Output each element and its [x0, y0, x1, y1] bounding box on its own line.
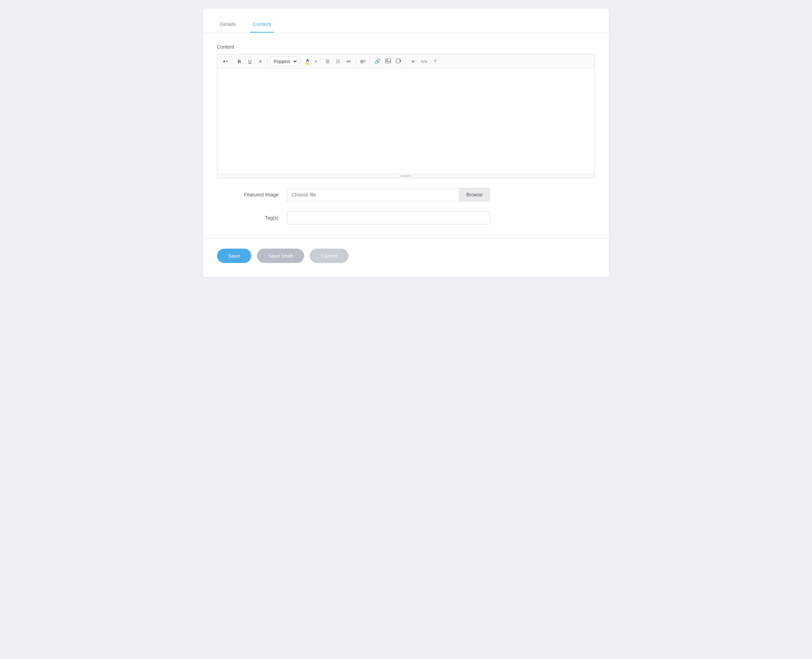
actions-bar: Save Save Draft Cancel	[203, 239, 609, 263]
file-text-input[interactable]	[287, 188, 459, 201]
table-icon: ⊞	[360, 59, 364, 64]
align-dropdown-icon: ▾	[349, 60, 351, 63]
image-button[interactable]	[383, 57, 393, 66]
table-button[interactable]: ⊞ ▾	[358, 57, 368, 66]
link-icon: 🔗	[375, 58, 381, 64]
font-selector[interactable]: Poppins	[270, 57, 298, 66]
code-button[interactable]: </>	[419, 57, 430, 66]
font-color-icon: A	[305, 58, 310, 65]
svg-rect-2	[396, 59, 400, 63]
bold-icon: B	[238, 59, 241, 64]
rich-text-editor: ✦ ▾ B U s Poppins	[217, 54, 595, 178]
align-icon: ≡	[346, 59, 349, 64]
tab-details[interactable]: Details	[217, 17, 239, 33]
bold-button[interactable]: B	[234, 57, 244, 66]
help-button[interactable]: ?	[430, 57, 440, 66]
svg-marker-3	[400, 60, 401, 62]
sep-6	[370, 58, 370, 65]
tags-row: Tag(s)	[203, 201, 609, 224]
tags-label: Tag(s)	[217, 215, 287, 221]
strikethrough-icon: s	[260, 59, 261, 64]
table-dropdown-icon: ▾	[364, 60, 366, 63]
align-button[interactable]: ≡ ▾	[344, 57, 354, 66]
file-input-group: Browse	[287, 188, 490, 201]
image-icon	[386, 58, 391, 65]
editor-resize-handle[interactable]	[217, 174, 595, 178]
underline-button[interactable]: U	[245, 57, 255, 66]
help-icon: ?	[434, 59, 436, 64]
sep-5	[356, 58, 356, 65]
featured-image-row: Featured Image Browse	[203, 178, 609, 201]
content-section: Content ✦ ▾ B U s	[203, 33, 609, 178]
save-draft-button[interactable]: Save Draft	[257, 249, 304, 263]
ordered-list-button[interactable]: ☷	[333, 57, 343, 66]
magic-icon: ✦	[222, 59, 226, 64]
tab-content[interactable]: Content	[250, 17, 274, 33]
main-card: Details Content Content ✦ ▾ B U	[203, 8, 609, 277]
svg-rect-0	[386, 59, 390, 63]
sep-3	[300, 58, 301, 65]
sep-7	[406, 58, 406, 65]
font-color-button[interactable]: A	[303, 57, 313, 66]
media-icon	[396, 58, 401, 65]
font-color-dropdown[interactable]: ▾	[313, 57, 318, 66]
editor-toolbar: ✦ ▾ B U s Poppins	[217, 54, 595, 69]
cancel-button[interactable]: Cancel	[310, 249, 349, 263]
chevron-down-icon: ▾	[315, 60, 317, 63]
code-icon: </>	[421, 59, 427, 64]
strikethrough-button[interactable]: s	[255, 57, 265, 66]
media-button[interactable]	[394, 57, 404, 66]
featured-image-label: Featured Image	[217, 192, 287, 197]
magic-button[interactable]: ✦ ▾	[220, 57, 230, 66]
resize-grip-icon	[401, 175, 411, 177]
tab-bar: Details Content	[203, 8, 609, 33]
underline-icon: U	[248, 59, 251, 64]
sep-4	[320, 58, 321, 65]
content-section-label: Content	[217, 44, 595, 50]
unordered-list-icon: ☰	[326, 59, 330, 64]
browse-button[interactable]: Browse	[459, 188, 490, 201]
link-button[interactable]: 🔗	[372, 57, 382, 66]
clear-format-icon: ✕	[411, 59, 415, 64]
tags-input[interactable]	[287, 211, 490, 224]
clear-format-button[interactable]: ✕	[408, 57, 418, 66]
sep-2	[268, 58, 268, 65]
unordered-list-button[interactable]: ☰	[323, 57, 332, 66]
magic-dropdown-icon: ▾	[226, 60, 228, 63]
editor-body[interactable]	[217, 69, 595, 174]
ordered-list-icon: ☷	[336, 59, 340, 64]
save-button[interactable]: Save	[217, 249, 251, 263]
